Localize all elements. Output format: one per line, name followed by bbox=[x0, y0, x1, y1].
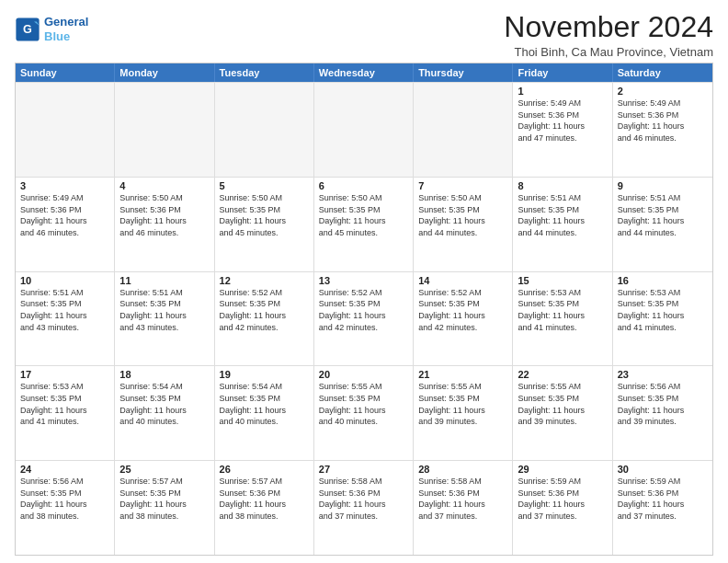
day-info: Sunrise: 5:51 AM Sunset: 5:35 PM Dayligh… bbox=[20, 287, 109, 333]
day-info: Sunrise: 5:50 AM Sunset: 5:36 PM Dayligh… bbox=[119, 192, 209, 238]
calendar: SundayMondayTuesdayWednesdayThursdayFrid… bbox=[15, 63, 713, 556]
calendar-cell: 6Sunrise: 5:50 AM Sunset: 5:35 PM Daylig… bbox=[314, 178, 414, 271]
day-number: 21 bbox=[418, 369, 507, 380]
day-number: 18 bbox=[119, 369, 209, 380]
day-info: Sunrise: 5:52 AM Sunset: 5:35 PM Dayligh… bbox=[418, 287, 507, 333]
day-number: 13 bbox=[319, 275, 408, 286]
weekday-header: Monday bbox=[115, 63, 214, 82]
weekday-header: Thursday bbox=[414, 63, 513, 82]
calendar-cell: 28Sunrise: 5:58 AM Sunset: 5:36 PM Dayli… bbox=[414, 461, 513, 555]
day-number: 17 bbox=[20, 369, 109, 380]
day-info: Sunrise: 5:58 AM Sunset: 5:36 PM Dayligh… bbox=[319, 476, 408, 522]
day-info: Sunrise: 5:54 AM Sunset: 5:35 PM Dayligh… bbox=[220, 381, 309, 427]
calendar-cell: 1Sunrise: 5:49 AM Sunset: 5:36 PM Daylig… bbox=[513, 83, 612, 177]
day-number: 15 bbox=[518, 275, 607, 286]
day-info: Sunrise: 5:55 AM Sunset: 5:35 PM Dayligh… bbox=[518, 381, 607, 427]
weekday-header: Saturday bbox=[613, 63, 712, 82]
day-number: 22 bbox=[518, 369, 607, 380]
day-number: 8 bbox=[518, 180, 607, 191]
calendar-cell: 7Sunrise: 5:50 AM Sunset: 5:35 PM Daylig… bbox=[414, 178, 513, 271]
day-info: Sunrise: 5:59 AM Sunset: 5:36 PM Dayligh… bbox=[518, 476, 607, 522]
day-info: Sunrise: 5:52 AM Sunset: 5:35 PM Dayligh… bbox=[220, 287, 309, 333]
day-number: 9 bbox=[618, 180, 708, 191]
calendar-cell bbox=[414, 83, 513, 177]
calendar-cell: 8Sunrise: 5:51 AM Sunset: 5:35 PM Daylig… bbox=[513, 178, 612, 271]
day-info: Sunrise: 5:49 AM Sunset: 5:36 PM Dayligh… bbox=[618, 98, 708, 144]
calendar-cell: 3Sunrise: 5:49 AM Sunset: 5:36 PM Daylig… bbox=[16, 178, 115, 271]
logo-icon: G bbox=[15, 17, 40, 42]
calendar-cell: 14Sunrise: 5:52 AM Sunset: 5:35 PM Dayli… bbox=[414, 272, 513, 366]
day-info: Sunrise: 5:53 AM Sunset: 5:35 PM Dayligh… bbox=[618, 287, 708, 333]
day-info: Sunrise: 5:55 AM Sunset: 5:35 PM Dayligh… bbox=[418, 381, 507, 427]
day-info: Sunrise: 5:56 AM Sunset: 5:35 PM Dayligh… bbox=[20, 476, 109, 522]
day-info: Sunrise: 5:50 AM Sunset: 5:35 PM Dayligh… bbox=[418, 192, 507, 238]
day-number: 1 bbox=[518, 86, 607, 97]
day-number: 23 bbox=[618, 369, 708, 380]
calendar-cell: 4Sunrise: 5:50 AM Sunset: 5:36 PM Daylig… bbox=[115, 178, 214, 271]
calendar-header: SundayMondayTuesdayWednesdayThursdayFrid… bbox=[16, 63, 712, 82]
calendar-cell: 25Sunrise: 5:57 AM Sunset: 5:35 PM Dayli… bbox=[115, 461, 214, 555]
day-info: Sunrise: 5:57 AM Sunset: 5:36 PM Dayligh… bbox=[220, 476, 309, 522]
calendar-cell: 13Sunrise: 5:52 AM Sunset: 5:35 PM Dayli… bbox=[314, 272, 414, 366]
svg-text:G: G bbox=[23, 23, 32, 36]
day-number: 25 bbox=[119, 464, 209, 475]
day-number: 12 bbox=[220, 275, 309, 286]
calendar-row: 10Sunrise: 5:51 AM Sunset: 5:35 PM Dayli… bbox=[16, 271, 712, 366]
day-number: 6 bbox=[319, 180, 408, 191]
day-number: 19 bbox=[220, 369, 309, 380]
calendar-cell bbox=[115, 83, 214, 177]
day-info: Sunrise: 5:54 AM Sunset: 5:35 PM Dayligh… bbox=[119, 381, 209, 427]
day-number: 2 bbox=[618, 86, 708, 97]
calendar-cell: 17Sunrise: 5:53 AM Sunset: 5:35 PM Dayli… bbox=[16, 366, 115, 460]
calendar-cell: 23Sunrise: 5:56 AM Sunset: 5:35 PM Dayli… bbox=[613, 366, 712, 460]
day-info: Sunrise: 5:50 AM Sunset: 5:35 PM Dayligh… bbox=[220, 192, 309, 238]
month-title: November 2024 bbox=[504, 11, 713, 43]
weekday-header: Sunday bbox=[16, 63, 115, 82]
calendar-cell: 5Sunrise: 5:50 AM Sunset: 5:35 PM Daylig… bbox=[215, 178, 314, 271]
day-number: 7 bbox=[418, 180, 507, 191]
day-number: 5 bbox=[220, 180, 309, 191]
calendar-cell: 27Sunrise: 5:58 AM Sunset: 5:36 PM Dayli… bbox=[314, 461, 414, 555]
day-info: Sunrise: 5:56 AM Sunset: 5:35 PM Dayligh… bbox=[618, 381, 708, 427]
calendar-cell bbox=[314, 83, 414, 177]
day-info: Sunrise: 5:58 AM Sunset: 5:36 PM Dayligh… bbox=[418, 476, 507, 522]
day-info: Sunrise: 5:53 AM Sunset: 5:35 PM Dayligh… bbox=[518, 287, 607, 333]
calendar-row: 3Sunrise: 5:49 AM Sunset: 5:36 PM Daylig… bbox=[16, 177, 712, 271]
day-number: 20 bbox=[319, 369, 408, 380]
day-info: Sunrise: 5:51 AM Sunset: 5:35 PM Dayligh… bbox=[618, 192, 708, 238]
day-info: Sunrise: 5:49 AM Sunset: 5:36 PM Dayligh… bbox=[20, 192, 109, 238]
logo-line1: General bbox=[44, 15, 88, 29]
calendar-cell: 11Sunrise: 5:51 AM Sunset: 5:35 PM Dayli… bbox=[115, 272, 214, 366]
logo-text: General Blue bbox=[44, 15, 88, 43]
calendar-row: 1Sunrise: 5:49 AM Sunset: 5:36 PM Daylig… bbox=[16, 82, 712, 177]
calendar-row: 17Sunrise: 5:53 AM Sunset: 5:35 PM Dayli… bbox=[16, 365, 712, 460]
day-info: Sunrise: 5:53 AM Sunset: 5:35 PM Dayligh… bbox=[20, 381, 109, 427]
logo-line2: Blue bbox=[44, 29, 88, 44]
day-number: 16 bbox=[618, 275, 708, 286]
day-number: 14 bbox=[418, 275, 507, 286]
calendar-cell: 30Sunrise: 5:59 AM Sunset: 5:36 PM Dayli… bbox=[613, 461, 712, 555]
day-info: Sunrise: 5:55 AM Sunset: 5:35 PM Dayligh… bbox=[319, 381, 408, 427]
calendar-cell bbox=[16, 83, 115, 177]
day-info: Sunrise: 5:51 AM Sunset: 5:35 PM Dayligh… bbox=[518, 192, 607, 238]
calendar-cell: 29Sunrise: 5:59 AM Sunset: 5:36 PM Dayli… bbox=[513, 461, 612, 555]
calendar-cell: 22Sunrise: 5:55 AM Sunset: 5:35 PM Dayli… bbox=[513, 366, 612, 460]
title-block: November 2024 Thoi Binh, Ca Mau Province… bbox=[504, 11, 713, 59]
calendar-cell: 21Sunrise: 5:55 AM Sunset: 5:35 PM Dayli… bbox=[414, 366, 513, 460]
calendar-cell bbox=[215, 83, 314, 177]
day-number: 4 bbox=[119, 180, 209, 191]
calendar-cell: 20Sunrise: 5:55 AM Sunset: 5:35 PM Dayli… bbox=[314, 366, 414, 460]
calendar-cell: 16Sunrise: 5:53 AM Sunset: 5:35 PM Dayli… bbox=[613, 272, 712, 366]
day-number: 11 bbox=[119, 275, 209, 286]
day-info: Sunrise: 5:59 AM Sunset: 5:36 PM Dayligh… bbox=[618, 476, 708, 522]
day-info: Sunrise: 5:50 AM Sunset: 5:35 PM Dayligh… bbox=[319, 192, 408, 238]
day-number: 10 bbox=[20, 275, 109, 286]
calendar-cell: 15Sunrise: 5:53 AM Sunset: 5:35 PM Dayli… bbox=[513, 272, 612, 366]
location-subtitle: Thoi Binh, Ca Mau Province, Vietnam bbox=[504, 45, 713, 59]
calendar-cell: 12Sunrise: 5:52 AM Sunset: 5:35 PM Dayli… bbox=[215, 272, 314, 366]
header: G General Blue November 2024 Thoi Binh, … bbox=[15, 11, 713, 59]
calendar-cell: 2Sunrise: 5:49 AM Sunset: 5:36 PM Daylig… bbox=[613, 83, 712, 177]
weekday-header: Friday bbox=[513, 63, 612, 82]
weekday-header: Wednesday bbox=[314, 63, 414, 82]
calendar-body: 1Sunrise: 5:49 AM Sunset: 5:36 PM Daylig… bbox=[16, 82, 712, 555]
